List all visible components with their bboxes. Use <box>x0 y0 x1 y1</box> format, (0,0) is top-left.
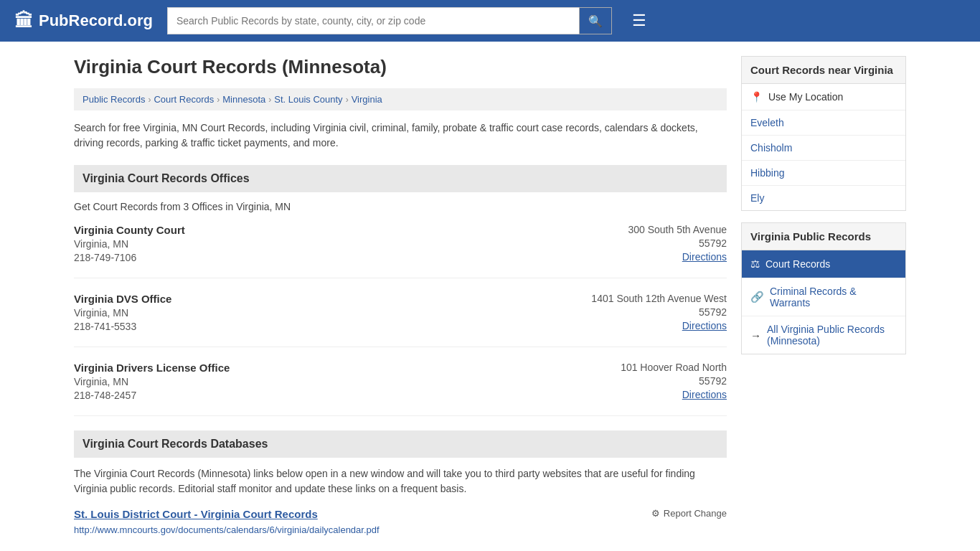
use-location-button[interactable]: 📍 Use My Location <box>742 84 905 110</box>
offices-section-header: Virginia Court Records Offices <box>74 165 727 192</box>
office-address-1: 300 South 5th Avenue <box>628 224 727 235</box>
office-entry-2: Virginia DVS Office Virginia, MN 218-741… <box>74 293 727 347</box>
search-input[interactable] <box>167 7 579 34</box>
sidebar-rec-criminal[interactable]: 🔗 Criminal Records & Warrants <box>742 278 905 316</box>
office-city-1: Virginia, MN <box>74 238 185 250</box>
office-left-3: Virginia Drivers License Office Virginia… <box>74 362 230 401</box>
sidebar-rec-all-public[interactable]: → All Virginia Public Records (Minnesota… <box>742 316 905 354</box>
databases-section-header: Virginia Court Records Databases <box>74 430 727 458</box>
office-phone-2: 218-741-5533 <box>74 321 171 332</box>
office-zip-2: 55792 <box>591 306 727 318</box>
nearby-item-hibbing[interactable]: Hibbing <box>742 161 905 186</box>
menu-button[interactable]: ☰ <box>626 9 652 33</box>
offices-count: Get Court Records from 3 Offices in Virg… <box>74 201 727 212</box>
nearby-item-chisholm[interactable]: Chisholm <box>742 136 905 161</box>
search-button[interactable]: 🔍 <box>579 7 612 34</box>
page-title: Virginia Court Records (Minnesota) <box>74 56 727 78</box>
report-change-button[interactable]: ⚙ Report Change <box>651 508 727 519</box>
sidebar-nearby-title: Court Records near Virginia <box>741 56 906 84</box>
breadcrumb-sep-1: › <box>148 95 151 105</box>
site-header: 🏛 PubRecord.org 🔍 ☰ <box>0 0 980 42</box>
office-zip-3: 55792 <box>621 375 727 387</box>
court-records-icon: ⚖ <box>750 258 760 270</box>
breadcrumb-link-stlouis[interactable]: St. Louis County <box>274 94 342 105</box>
breadcrumb-sep-2: › <box>217 95 220 105</box>
search-icon: 🔍 <box>588 14 603 28</box>
breadcrumb-sep-3: › <box>268 95 271 105</box>
sidebar-public-records-list: ⚖ Court Records 🔗 Criminal Records & War… <box>741 250 906 354</box>
sidebar: Court Records near Virginia 📍 Use My Loc… <box>741 56 906 535</box>
db-url: http://www.mncourts.gov/documents/calend… <box>74 524 727 535</box>
site-logo[interactable]: 🏛 PubRecord.org <box>14 10 153 32</box>
content-area: Virginia Court Records (Minnesota) Publi… <box>74 56 727 535</box>
breadcrumb-sep-4: › <box>346 95 349 105</box>
breadcrumb: Public Records › Court Records › Minneso… <box>74 88 727 110</box>
db-link-row: St. Louis District Court - Virginia Cour… <box>74 508 727 520</box>
sidebar-public-records-title: Virginia Public Records <box>741 222 906 250</box>
office-right-3: 101 Hoover Road North 55792 Directions <box>621 362 727 401</box>
logo-icon: 🏛 <box>14 10 33 32</box>
nearby-item-ely[interactable]: Ely <box>742 186 905 210</box>
office-right-2: 1401 South 12th Avenue West 55792 Direct… <box>591 293 727 332</box>
court-records-label: Court Records <box>765 258 830 270</box>
office-name-2: Virginia DVS Office <box>74 293 171 305</box>
directions-link-2[interactable]: Directions <box>682 320 727 331</box>
office-left-2: Virginia DVS Office Virginia, MN 218-741… <box>74 293 171 332</box>
use-location-label: Use My Location <box>768 91 843 103</box>
directions-link-3[interactable]: Directions <box>682 389 727 400</box>
criminal-records-icon: 🔗 <box>750 291 764 303</box>
office-address-2: 1401 South 12th Avenue West <box>591 293 727 304</box>
sidebar-nearby-list: 📍 Use My Location Eveleth Chisholm Hibbi… <box>741 84 906 211</box>
office-entry-1: Virginia County Court Virginia, MN 218-7… <box>74 224 727 278</box>
search-container: 🔍 <box>167 7 612 34</box>
office-zip-1: 55792 <box>628 237 727 249</box>
sidebar-rec-court-records[interactable]: ⚖ Court Records <box>742 250 905 278</box>
report-change-label: Report Change <box>664 508 727 519</box>
office-right-1: 300 South 5th Avenue 55792 Directions <box>628 224 727 263</box>
report-icon: ⚙ <box>651 508 660 519</box>
criminal-records-link[interactable]: Criminal Records & Warrants <box>770 286 897 309</box>
all-records-arrow-icon: → <box>750 329 761 342</box>
logo-text: PubRecord.org <box>39 11 153 30</box>
office-entry-3: Virginia Drivers License Office Virginia… <box>74 362 727 416</box>
office-name-3: Virginia Drivers License Office <box>74 362 230 374</box>
all-records-link[interactable]: All Virginia Public Records (Minnesota) <box>767 324 897 347</box>
office-city-3: Virginia, MN <box>74 376 230 387</box>
directions-link-1[interactable]: Directions <box>682 251 727 263</box>
breadcrumb-link-virginia[interactable]: Virginia <box>352 94 382 105</box>
page-description: Search for free Virginia, MN Court Recor… <box>74 121 727 151</box>
office-name-1: Virginia County Court <box>74 224 185 236</box>
location-pin-icon: 📍 <box>750 91 763 103</box>
hamburger-icon: ☰ <box>632 11 646 29</box>
breadcrumb-link-public-records[interactable]: Public Records <box>83 94 145 105</box>
breadcrumb-link-minnesota[interactable]: Minnesota <box>222 94 265 105</box>
main-container: Virginia Court Records (Minnesota) Publi… <box>60 42 920 550</box>
breadcrumb-link-court-records[interactable]: Court Records <box>154 94 214 105</box>
office-phone-3: 218-748-2457 <box>74 390 230 401</box>
office-address-3: 101 Hoover Road North <box>621 362 727 373</box>
office-phone-1: 218-749-7106 <box>74 252 185 263</box>
db-link-title[interactable]: St. Louis District Court - Virginia Cour… <box>74 508 318 520</box>
office-city-2: Virginia, MN <box>74 307 171 319</box>
office-left-1: Virginia County Court Virginia, MN 218-7… <box>74 224 185 263</box>
db-description: The Virginia Court Records (Minnesota) l… <box>74 466 727 496</box>
nearby-item-eveleth[interactable]: Eveleth <box>742 110 905 136</box>
